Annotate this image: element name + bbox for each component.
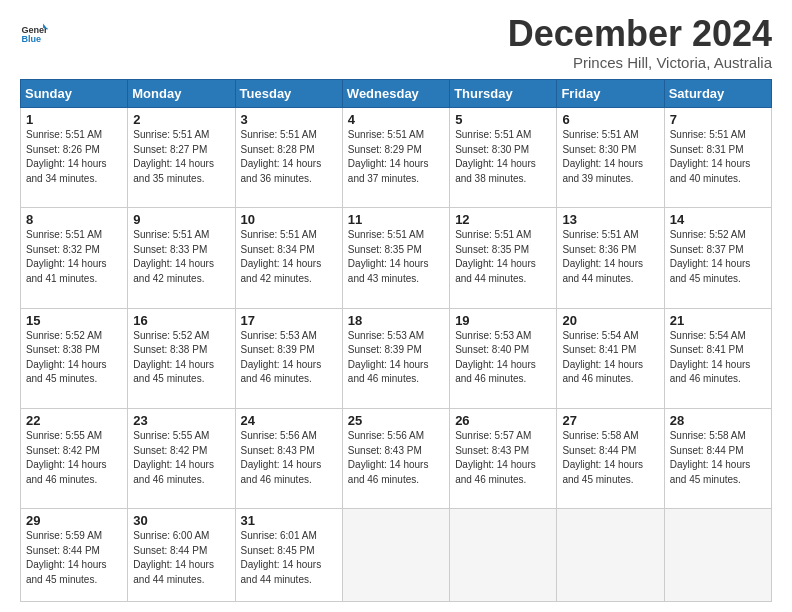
table-row: 15Sunrise: 5:52 AMSunset: 8:38 PMDayligh… [21,308,128,408]
day-number: 5 [455,112,552,127]
day-number: 2 [133,112,230,127]
table-row: 16Sunrise: 5:52 AMSunset: 8:38 PMDayligh… [128,308,235,408]
table-row: 28Sunrise: 5:58 AMSunset: 8:44 PMDayligh… [664,409,771,509]
table-row: 22Sunrise: 5:55 AMSunset: 8:42 PMDayligh… [21,409,128,509]
day-info: Sunrise: 5:54 AMSunset: 8:41 PMDaylight:… [562,330,643,385]
day-number: 1 [26,112,123,127]
calendar-body: 1Sunrise: 5:51 AMSunset: 8:26 PMDaylight… [21,108,772,602]
table-row: 27Sunrise: 5:58 AMSunset: 8:44 PMDayligh… [557,409,664,509]
day-info: Sunrise: 5:53 AMSunset: 8:40 PMDaylight:… [455,330,536,385]
day-number: 7 [670,112,767,127]
day-info: Sunrise: 5:53 AMSunset: 8:39 PMDaylight:… [241,330,322,385]
day-number: 18 [348,313,445,328]
col-friday: Friday [557,80,664,108]
day-info: Sunrise: 5:55 AMSunset: 8:42 PMDaylight:… [133,430,214,485]
day-number: 3 [241,112,338,127]
table-row: 22Sunrise: 5:55 AMSunset: 8:42 PMDayligh… [21,409,772,509]
day-number: 17 [241,313,338,328]
table-row: 2Sunrise: 5:51 AMSunset: 8:27 PMDaylight… [128,108,235,208]
day-number: 10 [241,212,338,227]
table-row [664,509,771,602]
day-info: Sunrise: 5:59 AMSunset: 8:44 PMDaylight:… [26,530,107,585]
day-info: Sunrise: 5:51 AMSunset: 8:35 PMDaylight:… [348,229,429,284]
day-number: 4 [348,112,445,127]
table-row: 1Sunrise: 5:51 AMSunset: 8:26 PMDaylight… [21,108,128,208]
day-info: Sunrise: 5:51 AMSunset: 8:30 PMDaylight:… [455,129,536,184]
day-info: Sunrise: 5:55 AMSunset: 8:42 PMDaylight:… [26,430,107,485]
table-row: 7Sunrise: 5:51 AMSunset: 8:31 PMDaylight… [664,108,771,208]
day-info: Sunrise: 5:51 AMSunset: 8:29 PMDaylight:… [348,129,429,184]
day-number: 6 [562,112,659,127]
day-info: Sunrise: 5:56 AMSunset: 8:43 PMDaylight:… [348,430,429,485]
day-number: 24 [241,413,338,428]
day-info: Sunrise: 5:58 AMSunset: 8:44 PMDaylight:… [670,430,751,485]
day-info: Sunrise: 5:51 AMSunset: 8:30 PMDaylight:… [562,129,643,184]
table-row: 10Sunrise: 5:51 AMSunset: 8:34 PMDayligh… [235,208,342,308]
table-row: 24Sunrise: 5:56 AMSunset: 8:43 PMDayligh… [235,409,342,509]
table-row: 30Sunrise: 6:00 AMSunset: 8:44 PMDayligh… [128,509,235,602]
day-info: Sunrise: 5:52 AMSunset: 8:38 PMDaylight:… [26,330,107,385]
day-number: 27 [562,413,659,428]
day-info: Sunrise: 6:00 AMSunset: 8:44 PMDaylight:… [133,530,214,585]
day-number: 14 [670,212,767,227]
day-info: Sunrise: 5:51 AMSunset: 8:26 PMDaylight:… [26,129,107,184]
day-number: 29 [26,513,123,528]
table-row: 15Sunrise: 5:52 AMSunset: 8:38 PMDayligh… [21,308,772,408]
table-row: 9Sunrise: 5:51 AMSunset: 8:33 PMDaylight… [128,208,235,308]
day-number: 19 [455,313,552,328]
month-title: December 2024 [508,16,772,52]
table-row: 8Sunrise: 5:51 AMSunset: 8:32 PMDaylight… [21,208,772,308]
day-info: Sunrise: 5:51 AMSunset: 8:32 PMDaylight:… [26,229,107,284]
day-number: 12 [455,212,552,227]
table-row: 8Sunrise: 5:51 AMSunset: 8:32 PMDaylight… [21,208,128,308]
day-number: 9 [133,212,230,227]
table-row: 20Sunrise: 5:54 AMSunset: 8:41 PMDayligh… [557,308,664,408]
day-info: Sunrise: 6:01 AMSunset: 8:45 PMDaylight:… [241,530,322,585]
day-number: 23 [133,413,230,428]
day-number: 20 [562,313,659,328]
table-row: 4Sunrise: 5:51 AMSunset: 8:29 PMDaylight… [342,108,449,208]
day-number: 11 [348,212,445,227]
day-number: 31 [241,513,338,528]
table-row: 1Sunrise: 5:51 AMSunset: 8:26 PMDaylight… [21,108,772,208]
table-row: 26Sunrise: 5:57 AMSunset: 8:43 PMDayligh… [450,409,557,509]
table-row: 11Sunrise: 5:51 AMSunset: 8:35 PMDayligh… [342,208,449,308]
location-subtitle: Princes Hill, Victoria, Australia [508,54,772,71]
col-tuesday: Tuesday [235,80,342,108]
day-number: 25 [348,413,445,428]
day-info: Sunrise: 5:56 AMSunset: 8:43 PMDaylight:… [241,430,322,485]
day-number: 8 [26,212,123,227]
table-row [450,509,557,602]
table-row: 29Sunrise: 5:59 AMSunset: 8:44 PMDayligh… [21,509,128,602]
day-info: Sunrise: 5:51 AMSunset: 8:28 PMDaylight:… [241,129,322,184]
calendar-table: Sunday Monday Tuesday Wednesday Thursday… [20,79,772,602]
table-row: 13Sunrise: 5:51 AMSunset: 8:36 PMDayligh… [557,208,664,308]
day-info: Sunrise: 5:52 AMSunset: 8:37 PMDaylight:… [670,229,751,284]
table-row: 18Sunrise: 5:53 AMSunset: 8:39 PMDayligh… [342,308,449,408]
table-row: 23Sunrise: 5:55 AMSunset: 8:42 PMDayligh… [128,409,235,509]
table-row: 6Sunrise: 5:51 AMSunset: 8:30 PMDaylight… [557,108,664,208]
svg-text:Blue: Blue [21,34,41,44]
day-info: Sunrise: 5:51 AMSunset: 8:35 PMDaylight:… [455,229,536,284]
calendar-header-row: Sunday Monday Tuesday Wednesday Thursday… [21,80,772,108]
table-row: 12Sunrise: 5:51 AMSunset: 8:35 PMDayligh… [450,208,557,308]
col-saturday: Saturday [664,80,771,108]
day-number: 30 [133,513,230,528]
table-row [557,509,664,602]
header: General Blue December 2024 Princes Hill,… [20,16,772,71]
table-row: 29Sunrise: 5:59 AMSunset: 8:44 PMDayligh… [21,509,772,602]
day-number: 13 [562,212,659,227]
day-number: 26 [455,413,552,428]
col-wednesday: Wednesday [342,80,449,108]
col-sunday: Sunday [21,80,128,108]
day-info: Sunrise: 5:51 AMSunset: 8:33 PMDaylight:… [133,229,214,284]
day-info: Sunrise: 5:54 AMSunset: 8:41 PMDaylight:… [670,330,751,385]
table-row: 14Sunrise: 5:52 AMSunset: 8:37 PMDayligh… [664,208,771,308]
day-info: Sunrise: 5:51 AMSunset: 8:34 PMDaylight:… [241,229,322,284]
page: General Blue December 2024 Princes Hill,… [0,0,792,612]
day-number: 21 [670,313,767,328]
col-monday: Monday [128,80,235,108]
day-number: 28 [670,413,767,428]
table-row: 17Sunrise: 5:53 AMSunset: 8:39 PMDayligh… [235,308,342,408]
day-number: 16 [133,313,230,328]
